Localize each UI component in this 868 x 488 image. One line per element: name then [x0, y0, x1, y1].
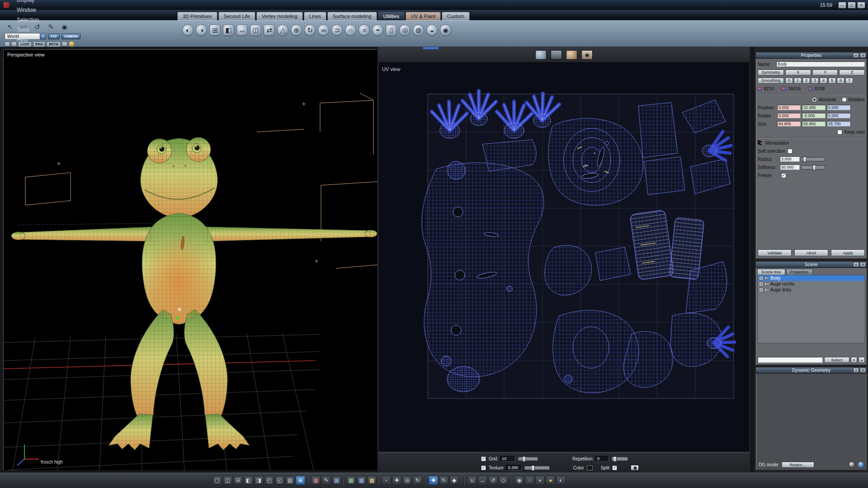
- symmetry-z-button[interactable]: Z: [839, 70, 865, 75]
- tab[interactable]: 3D Primitives: [177, 12, 217, 20]
- rotate-x-field[interactable]: 0.000: [777, 113, 801, 118]
- smoothing-level-button[interactable]: 4: [820, 78, 827, 84]
- smoothing-level-button[interactable]: 6: [837, 78, 844, 84]
- camera-button[interactable]: CAMERA: [61, 33, 81, 39]
- maximize-button[interactable]: ▢: [848, 2, 856, 9]
- rotate-y-field[interactable]: -0.000: [802, 113, 826, 118]
- tab-scene-tree[interactable]: Scene tree: [757, 269, 785, 275]
- grow-selection-icon[interactable]: [62, 42, 67, 47]
- smoothing-button[interactable]: Smoothing: [758, 78, 784, 84]
- shaded-sphere-icon[interactable]: [566, 50, 577, 60]
- apply-button[interactable]: Apply: [831, 249, 865, 256]
- face-mode-icon[interactable]: ▦: [367, 476, 377, 485]
- edge-mode-icon[interactable]: ▦: [357, 476, 366, 485]
- rotate-icon[interactable]: ↺: [488, 476, 498, 485]
- curve-icon[interactable]: ≈: [358, 24, 370, 36]
- layout-three-top-icon[interactable]: ◰: [264, 476, 274, 485]
- tab-scene-properties[interactable]: Properties: [786, 269, 813, 275]
- texture-sphere-icon[interactable]: [535, 50, 547, 60]
- mirror-sphere-icon[interactable]: ◐: [182, 24, 194, 36]
- rotate-z-field[interactable]: 0.000: [827, 113, 850, 118]
- vertex-mode-icon[interactable]: ▦: [346, 476, 356, 485]
- minimize-button[interactable]: —: [838, 2, 846, 9]
- visibility-icon[interactable]: [764, 288, 769, 291]
- texture-opacity-field[interactable]: 0.300: [506, 465, 522, 471]
- panel-close-button[interactable]: ✕: [860, 262, 866, 267]
- uv-unwrap-icon[interactable]: ◍: [412, 24, 425, 36]
- frog-model[interactable]: [11, 137, 377, 450]
- uv-canvas[interactable]: [378, 63, 750, 452]
- wire-sphere-icon[interactable]: ○: [525, 476, 534, 485]
- dg-mode-button[interactable]: Restric...: [782, 462, 814, 468]
- size-y-field[interactable]: 65.982: [802, 121, 826, 127]
- grid-cube-icon[interactable]: ⊞: [209, 24, 221, 36]
- perspective-canvas[interactable]: frosch high: [4, 50, 377, 471]
- layout-three-right-icon[interactable]: ◨: [254, 476, 264, 485]
- menu-item[interactable]: Window: [13, 5, 42, 15]
- edit-display-icon[interactable]: ✎: [321, 476, 331, 485]
- uv-viewport[interactable]: UV view: [378, 63, 750, 452]
- layout-three-left-icon[interactable]: ◧: [244, 476, 253, 485]
- dome-icon[interactable]: ◓: [372, 24, 384, 36]
- smoothing-level-button[interactable]: 1: [794, 78, 802, 84]
- shaded-sphere-icon[interactable]: ●: [546, 476, 555, 485]
- smoothing-level-button[interactable]: 2: [802, 78, 810, 84]
- grid-slider[interactable]: [518, 457, 538, 461]
- validate-button[interactable]: Validate: [758, 249, 792, 256]
- scene-down-button[interactable]: ▼: [851, 357, 857, 363]
- paint-select-icon[interactable]: ✎: [45, 22, 57, 32]
- panel-close-button[interactable]: ✕: [860, 53, 866, 58]
- texture-slider[interactable]: [524, 466, 550, 470]
- wireframe-blue-icon[interactable]: ▦: [332, 476, 341, 485]
- tab[interactable]: Lines: [304, 12, 326, 20]
- softness-slider[interactable]: [801, 165, 826, 169]
- scene-tree-item[interactable]: Auge links: [758, 287, 865, 293]
- scene-up-button[interactable]: ▲: [859, 357, 865, 363]
- select-button[interactable]: Select: [824, 357, 849, 363]
- textured-sphere-icon[interactable]: ◐: [556, 476, 566, 485]
- swap-icon[interactable]: ⇄: [263, 24, 275, 36]
- perspective-viewport[interactable]: Perspective view: [3, 49, 377, 470]
- flat-sphere-icon[interactable]: ●: [535, 476, 545, 485]
- uv-body-island[interactable]: [422, 163, 544, 377]
- snap-magnet-icon[interactable]: ∪: [467, 476, 477, 485]
- layout-four-grid-icon[interactable]: ⊞: [296, 476, 305, 485]
- lathe-icon[interactable]: ◎: [399, 24, 411, 36]
- wireframe-red-icon[interactable]: ▦: [311, 476, 321, 485]
- visibility-icon[interactable]: [764, 282, 769, 286]
- size-x-field[interactable]: 84.805: [777, 121, 801, 127]
- axis-manipulator-icon[interactable]: ✚: [429, 476, 438, 485]
- weld-icon[interactable]: ∞: [317, 24, 330, 36]
- panel-collapse-button[interactable]: ▼: [853, 262, 859, 267]
- expand-icon[interactable]: [759, 288, 763, 292]
- grid-size-field[interactable]: 10: [500, 456, 515, 462]
- rotate-manipulator-icon[interactable]: ↻: [439, 476, 448, 485]
- scene-tree-item[interactable]: Auge rechts: [758, 281, 865, 287]
- position-y-field[interactable]: 32.985: [802, 105, 826, 110]
- hook-icon[interactable]: ⊃: [331, 24, 343, 36]
- abort-button[interactable]: Abort: [794, 249, 828, 256]
- smiley-icon[interactable]: ☺: [69, 41, 75, 47]
- smoothing-level-button[interactable]: 0: [785, 78, 793, 84]
- dg-sphere-gray-icon[interactable]: [849, 461, 855, 468]
- edge-pick-icon[interactable]: [5, 42, 10, 47]
- panel-collapse-button[interactable]: ▼: [853, 368, 859, 373]
- layout-four-wide-icon[interactable]: ▤: [285, 476, 295, 485]
- relative-radio[interactable]: [842, 97, 847, 102]
- absolute-radio[interactable]: [812, 97, 817, 102]
- grid-checkbox[interactable]: ✓: [481, 456, 486, 461]
- expand-icon[interactable]: [759, 276, 763, 280]
- target-icon[interactable]: ◉: [439, 24, 452, 36]
- xyz-button[interactable]: XYZ: [48, 33, 60, 39]
- texture-checkbox[interactable]: ✓: [481, 465, 486, 470]
- half-cube-icon[interactable]: ◧: [222, 24, 235, 36]
- arch-icon[interactable]: ∩: [344, 24, 357, 36]
- menu-item[interactable]: Tools: [13, 25, 42, 35]
- split-cube-icon[interactable]: ◫: [250, 24, 262, 36]
- repetition-slider[interactable]: [612, 457, 628, 461]
- select-region-icon[interactable]: ▫: [382, 476, 391, 485]
- size-z-field[interactable]: 25.700: [827, 121, 850, 127]
- visibility-icon[interactable]: [764, 277, 769, 280]
- layout-single-icon[interactable]: ▢: [212, 476, 222, 485]
- image-thumbnail-icon[interactable]: [551, 50, 562, 60]
